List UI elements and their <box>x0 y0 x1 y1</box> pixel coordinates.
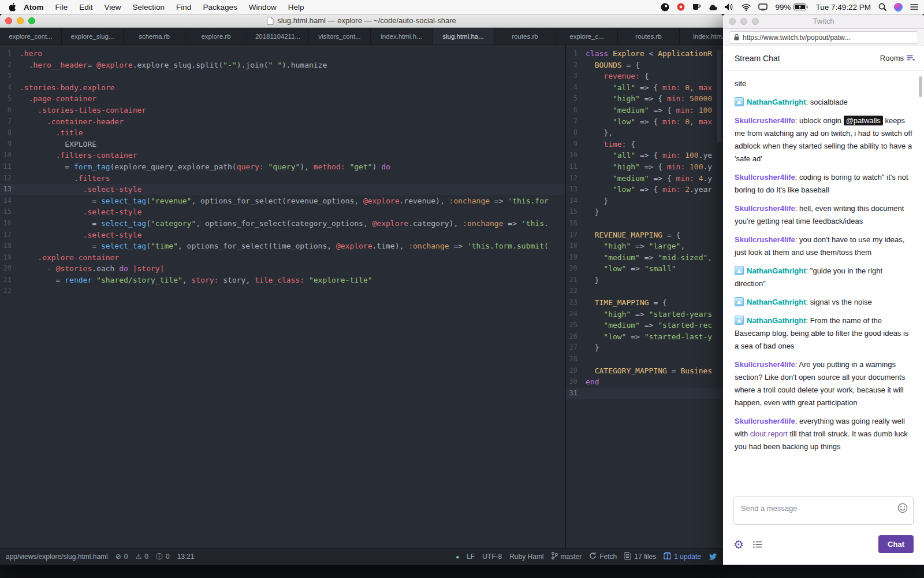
code-line[interactable]: 26 "low" => "started-last-y <box>566 331 723 343</box>
code-line[interactable]: 9 EXPLORE <box>0 139 565 150</box>
twitch-title-bar[interactable]: Twitch <box>723 14 924 29</box>
siri-icon[interactable] <box>894 3 903 12</box>
volume-icon[interactable] <box>725 3 734 10</box>
code-line[interactable]: 2 BOUNDS = { <box>566 60 723 71</box>
code-line[interactable]: 19 .explore-container <box>0 252 565 264</box>
code-line[interactable]: 7 .container-header <box>0 116 565 128</box>
code-line[interactable]: 25 "medium" => "started-rec <box>566 320 723 331</box>
diagnostics-warnings[interactable]: ⚠0 <box>136 553 148 561</box>
code-line[interactable]: 11 "high" => { min: 100.y <box>566 161 723 173</box>
chat-username[interactable]: Skullcrusher4life <box>735 235 795 244</box>
apple-menu-icon[interactable] <box>9 3 17 12</box>
cloud-icon[interactable] <box>708 4 717 10</box>
mention[interactable]: @patwalls <box>844 116 883 125</box>
code-line[interactable]: 15 } <box>566 206 723 218</box>
editor-tab[interactable]: slug.html.ha... <box>433 28 494 45</box>
code-line[interactable]: 1.hero <box>0 48 565 60</box>
code-line[interactable]: 16 <box>566 218 723 229</box>
code-line[interactable]: 30end <box>566 376 723 388</box>
zoom-button[interactable] <box>28 17 35 24</box>
code-line[interactable]: 5 .page-container <box>0 93 565 105</box>
chat-username[interactable]: Skullcrusher4life <box>735 204 795 213</box>
code-line[interactable]: 12 "medium" => { min: 4.y <box>566 173 723 184</box>
menu-item-file[interactable]: File <box>55 3 68 12</box>
chat-scrollbar-thumb[interactable] <box>919 76 922 97</box>
git-branch[interactable]: master <box>552 552 582 561</box>
code-line[interactable]: 19 "medium" => "mid-sized", <box>566 252 723 264</box>
battery-indicator[interactable]: 99% <box>775 3 808 12</box>
chat-username[interactable]: NathanGathright <box>747 98 806 106</box>
cursor-position[interactable]: 13:21 <box>177 553 195 561</box>
editor-tab[interactable]: explore_slug... <box>62 28 124 45</box>
link[interactable]: clout.report <box>750 429 788 438</box>
minimize-button[interactable] <box>740 18 747 25</box>
code-line[interactable]: 27 } <box>566 342 723 354</box>
code-line[interactable]: 15 .select-style <box>0 206 565 218</box>
encoding-indicator[interactable]: UTF-8 <box>482 553 502 561</box>
diagnostics-info[interactable]: ⓘ0 <box>156 552 170 562</box>
code-line[interactable]: 18 = select_tag("time", options_for_sele… <box>0 240 565 252</box>
code-line[interactable]: 5 "high" => { min: 50000 <box>566 93 723 105</box>
display-icon[interactable] <box>758 3 767 10</box>
code-line[interactable]: 14 } <box>566 195 723 207</box>
code-line[interactable]: 1class Explore < ApplicationR <box>566 48 723 60</box>
wifi-icon[interactable] <box>742 3 751 11</box>
menu-bar-clock[interactable]: Tue 7:49:22 PM <box>815 3 871 12</box>
editor-tab[interactable]: visitors_cont... <box>309 28 371 45</box>
status-file-path[interactable]: app/views/explore/slug.html.haml <box>6 553 108 561</box>
code-line[interactable]: 6 "medium" => { min: 100 <box>566 105 723 116</box>
menu-item-edit[interactable]: Edit <box>79 3 92 12</box>
code-line[interactable]: 2 .hero__header= @explore.explore_slug.s… <box>0 60 565 71</box>
chat-username[interactable]: NathanGathright <box>747 298 806 306</box>
chat-settings-gear-icon[interactable]: ⚙ <box>733 539 744 550</box>
emote-picker-icon[interactable] <box>897 503 908 513</box>
editor-tab[interactable]: index.html.h... <box>371 28 433 45</box>
code-line[interactable]: 20 "low" => "small" <box>566 263 723 275</box>
code-line[interactable]: 17 REVENUE_MAPPING = { <box>566 229 723 241</box>
code-line[interactable]: 16 = select_tag("category", options_for_… <box>0 218 565 229</box>
code-line[interactable]: 21 } <box>566 275 723 286</box>
editor-tab[interactable]: 20181104211... <box>247 28 309 45</box>
code-line[interactable]: 9 time: { <box>566 139 723 150</box>
scrollbar-thumb[interactable] <box>717 50 721 142</box>
line-ending-indicator[interactable]: LF <box>467 553 475 561</box>
diagnostics-errors[interactable]: ⊘0 <box>116 553 128 561</box>
code-line[interactable]: 21 = render "shared/story_tile", story: … <box>0 275 565 286</box>
code-line[interactable]: 4 "all" => { min: 0, max <box>566 82 723 94</box>
atom-title-bar[interactable]: slug.html.haml — explore — ~/code/auto-s… <box>0 14 723 28</box>
editor-tab[interactable]: schema.rb <box>124 28 185 45</box>
tweet-bird-icon[interactable] <box>709 553 717 561</box>
caffeine-icon[interactable] <box>692 3 701 11</box>
code-line[interactable]: 18 "high" => "large", <box>566 240 723 252</box>
code-line[interactable]: 29 CATEGORY_MAPPING = Busines <box>566 365 723 377</box>
code-line[interactable]: 10 "all" => { min: 100.ye <box>566 150 723 161</box>
editor-tab[interactable]: index.htm... <box>680 28 723 45</box>
menu-item-selection[interactable]: Selection <box>133 3 165 12</box>
close-button[interactable] <box>729 18 736 25</box>
code-line[interactable]: 20 - @stories.each do |story| <box>0 263 565 275</box>
code-line[interactable]: 13 "low" => { min: 2.year <box>566 184 723 195</box>
viewer-list-icon[interactable] <box>753 541 762 548</box>
editor-tab[interactable]: explore_cont... <box>0 28 62 45</box>
git-fetch-button[interactable]: Fetch <box>589 552 617 561</box>
editor-tab[interactable]: explore.rb <box>185 28 247 45</box>
code-line[interactable]: 8 }, <box>566 127 723 139</box>
zoom-button[interactable] <box>752 18 759 25</box>
code-line[interactable]: 7 "low" => { min: 0, max <box>566 116 723 128</box>
app-menu-title[interactable]: Atom <box>24 3 44 12</box>
editor-tab[interactable]: routes.rb <box>618 28 680 45</box>
chat-username[interactable]: NathanGathright <box>747 316 806 325</box>
code-line[interactable]: 6 .stories-tiles-container <box>0 105 565 116</box>
chat-username[interactable]: Skullcrusher4life <box>735 417 795 425</box>
code-line[interactable]: 10 .filters-container <box>0 150 565 161</box>
code-line[interactable]: 13 .select-style <box>0 184 565 195</box>
editor-tab[interactable]: routes.rb <box>494 28 556 45</box>
chat-input[interactable]: Send a message <box>733 497 914 525</box>
menu-item-find[interactable]: Find <box>176 3 191 12</box>
chat-username[interactable]: Skullcrusher4life <box>735 116 795 125</box>
changed-files-indicator[interactable]: 17 files <box>624 552 656 561</box>
code-line[interactable]: 28 <box>566 354 723 365</box>
chat-username[interactable]: Skullcrusher4life <box>735 173 795 181</box>
obs-icon[interactable] <box>661 3 669 12</box>
code-line[interactable]: 3 revenue: { <box>566 71 723 82</box>
